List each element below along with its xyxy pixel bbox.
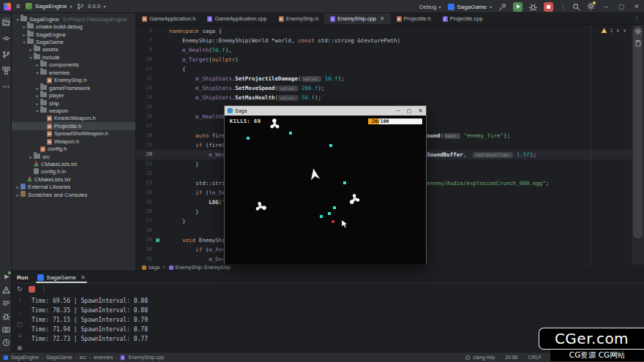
tree-chevron-icon[interactable]: ▸ <box>34 101 40 106</box>
tab-projectile-cpp[interactable]: CProjectile.cpp <box>437 13 489 24</box>
tab-gameapplication-h[interactable]: HGameApplication.h <box>136 13 201 24</box>
tree-item-kineticweapon-h[interactable]: HKineticWeapon.h <box>12 115 135 122</box>
game-minimize-button[interactable]: ─ <box>397 108 400 113</box>
tree-chevron-icon[interactable]: ▾ <box>28 55 34 60</box>
tree-item-components[interactable]: ▸components <box>12 61 135 69</box>
tree-item-sagaengine[interactable]: ▾SagaEngineD:\Project Files\SagaEngine <box>12 15 135 23</box>
tree-chevron-icon[interactable]: ▸ <box>34 86 40 91</box>
tree-chevron-icon[interactable]: ▾ <box>34 70 40 75</box>
tree-chevron-icon[interactable]: ▾ <box>34 108 40 113</box>
run-tab-sagagame[interactable]: SagaGame ✕ <box>36 271 87 283</box>
console-action-icon[interactable]: ▢ <box>17 321 23 328</box>
stripe-problems-icon[interactable] <box>1 285 10 294</box>
tree-item-config-h-in[interactable]: config.h.in <box>12 168 135 176</box>
more-actions-icon[interactable]: ⋮ <box>560 4 566 10</box>
editor-scrollbar[interactable] <box>632 25 644 264</box>
sticky-lines-icon[interactable] <box>634 39 642 47</box>
tree-chevron-icon[interactable]: ▾ <box>21 39 27 45</box>
inspection-widget[interactable]: 1 ∧ ∨ <box>601 27 626 34</box>
stripe-pull-requests-icon[interactable] <box>1 50 10 59</box>
console-action-icon[interactable]: ▣ <box>17 344 23 351</box>
tree-item-config-h[interactable]: Hconfig.h <box>12 145 135 152</box>
search-icon[interactable] <box>572 3 580 11</box>
code-line-10[interactable]: 10 m_Target(nullptr) <box>136 55 644 64</box>
breadcrumb-item[interactable]: EnemyShip::EnemyShip <box>169 265 231 270</box>
game-canvas[interactable]: KILLS: 69 20/100 <box>225 116 426 264</box>
main-menu-icon[interactable]: ≡ <box>16 3 20 10</box>
stripe-terminal-icon[interactable] <box>1 298 10 307</box>
tree-chevron-icon[interactable]: ▸ <box>34 62 40 67</box>
editor-settings-gear-icon[interactable] <box>634 28 642 35</box>
stripe-structure-icon[interactable] <box>1 66 10 75</box>
stripe-commit-icon[interactable] <box>1 34 10 42</box>
prev-issue-icon[interactable]: ∧ <box>616 28 620 34</box>
build-type-selector[interactable]: Debug ▾ <box>419 4 441 10</box>
breadcrumb-item[interactable]: saga <box>142 265 160 270</box>
tree-item-enemyship-h[interactable]: HEnemyShip.h <box>12 77 135 84</box>
stop-button[interactable] <box>544 2 553 12</box>
stripe-more-icon[interactable] <box>1 82 10 91</box>
tree-chevron-icon[interactable]: ▸ <box>21 32 27 37</box>
stripe-profiler-icon[interactable] <box>1 325 10 333</box>
game-window-title-bar[interactable]: Saga ─ ▢ ✕ <box>225 106 426 116</box>
console-action-icon[interactable]: ↑ <box>18 298 21 304</box>
tree-item-scratches-and-consoles[interactable]: ▸Scratches and Consoles <box>12 191 135 198</box>
stop-icon[interactable] <box>29 286 35 293</box>
tree-item-sagagame[interactable]: ▾SagaGame <box>12 38 135 45</box>
line-ending[interactable]: CRLF <box>528 355 542 360</box>
tree-item-cmake-build-debug[interactable]: ▸cmake-build-debug <box>12 23 135 30</box>
close-icon[interactable]: ✕ <box>380 15 385 22</box>
game-close-button[interactable]: ✕ <box>418 108 423 114</box>
tree-item-ship[interactable]: ▸ship <box>12 99 135 107</box>
code-line-7[interactable]: 7 EnemyShip::EnemyShip(World *world, con… <box>136 36 644 45</box>
tree-item-player[interactable]: ▸player <box>12 91 135 99</box>
settings-gear-icon[interactable] <box>587 2 595 12</box>
tree-item-include[interactable]: ▾include <box>12 53 135 61</box>
tree-chevron-icon[interactable]: ▸ <box>21 24 27 29</box>
tab-projectile-h[interactable]: HProjectile.h <box>391 13 437 24</box>
code-line-12[interactable]: 12 m_ShipStats.SetProjectileDamage(value… <box>136 74 644 83</box>
code-line-13[interactable]: 13 m_ShipStats.SetMoveSpeed(value: 200.f… <box>136 83 644 93</box>
next-issue-icon[interactable]: ∨ <box>623 28 626 34</box>
tree-item-weapon[interactable]: ▾weapon <box>12 107 135 114</box>
code-line-11[interactable]: 11 { <box>136 64 644 74</box>
minimize-button[interactable]: ─ <box>602 3 610 10</box>
maximize-button[interactable]: ▢ <box>617 3 626 10</box>
tree-chevron-icon[interactable]: ▸ <box>28 47 34 52</box>
tab-gameapplication-cpp[interactable]: CGameApplication.cpp <box>201 13 272 24</box>
tree-item-cmakelists-txt[interactable]: CMakeLists.txt <box>12 176 135 183</box>
run-console-output[interactable]: Time: 69.56 | SpawnInterval: 0.80Time: 7… <box>31 296 148 344</box>
close-button[interactable]: ✕ <box>632 3 641 10</box>
game-window[interactable]: Saga ─ ▢ ✕ KILLS: 69 20/100 <box>224 105 427 264</box>
vcs-branch-selector[interactable]: 3.0.0 ▾ <box>77 3 105 10</box>
console-action-icon[interactable]: ≡ <box>18 333 22 339</box>
code-line-9[interactable]: 9 m_Health(50.f), <box>136 45 644 55</box>
tree-item-sagaengine[interactable]: ▸SagaEngine <box>12 31 135 38</box>
tree-item-assets[interactable]: ▸assets <box>12 46 135 53</box>
tab-options-icon[interactable]: ⋮ <box>634 15 640 22</box>
tree-item-enemies[interactable]: ▾enemies <box>12 69 135 76</box>
more-options-icon[interactable]: ⋮ <box>41 286 47 293</box>
stripe-project-icon[interactable] <box>1 18 10 26</box>
close-icon[interactable]: ✕ <box>80 274 86 281</box>
tab-enemyship-cpp[interactable]: CEnemyShip.cpp✕ <box>324 13 390 24</box>
caret-position[interactable]: 20:86 <box>505 355 518 360</box>
tree-item-projectile-h[interactable]: HProjectile.h <box>12 122 135 129</box>
rerun-icon[interactable]: ↻ <box>17 285 23 293</box>
project-selector[interactable]: SagaEngine ▾ <box>26 3 72 10</box>
run-button[interactable] <box>513 2 523 12</box>
code-line-14[interactable]: 14 m_ShipStats.SetMaxHealth(value: 50.f)… <box>136 93 644 102</box>
tree-item-cmakelists-txt[interactable]: CMakeLists.txt <box>12 160 135 167</box>
game-maximize-button[interactable]: ▢ <box>407 108 412 114</box>
tree-chevron-icon[interactable]: ▾ <box>15 17 20 22</box>
status-file-path[interactable]: SagaEngine›SagaGame›src›enemies›CEnemySh… <box>0 355 164 361</box>
tree-item-weapon-h[interactable]: HWeapon.h <box>12 137 135 145</box>
console-action-icon[interactable]: ↓ <box>18 309 21 316</box>
tree-item-gameframework[interactable]: ▸gameFramework <box>12 84 135 91</box>
tab-enemyship-h[interactable]: HEnemyShip.h <box>273 13 325 24</box>
stripe-run-icon[interactable] <box>1 272 10 281</box>
tree-chevron-icon[interactable]: ▸ <box>15 184 20 189</box>
tree-chevron-icon[interactable]: ▸ <box>15 192 20 197</box>
scrollbar-thumb[interactable] <box>633 26 643 238</box>
tree-item-external-libraries[interactable]: ▸External Libraries <box>12 184 135 191</box>
